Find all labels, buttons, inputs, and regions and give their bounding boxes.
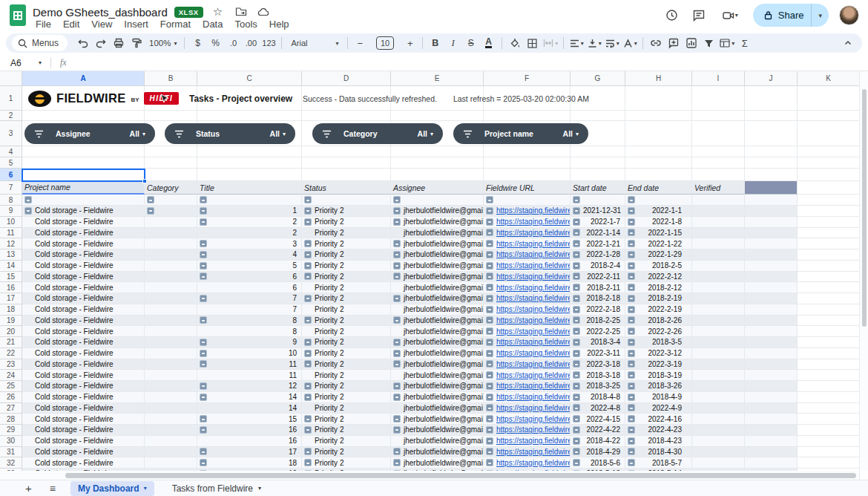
cell-B19[interactable]	[145, 316, 197, 327]
fieldwire-url-link[interactable]: https://staging.fieldwire.c	[496, 229, 571, 237]
print-button[interactable]	[111, 35, 127, 51]
fieldwire-url-link[interactable]: https://staging.fieldwire.c	[496, 261, 571, 270]
cell-H3[interactable]	[625, 121, 692, 146]
cell-E23[interactable]: jherbulotfieldwire@gmail.	[391, 359, 484, 371]
cell-G13[interactable]: 2022-1-28	[571, 249, 625, 261]
cell-B26[interactable]	[145, 392, 197, 403]
text-rotation-button[interactable]: ▾	[622, 35, 638, 51]
cell-I16[interactable]	[692, 282, 745, 293]
cell-B5[interactable]	[145, 157, 197, 169]
filter-views-button[interactable]: ▾	[719, 35, 735, 51]
cell-I20[interactable]	[692, 326, 745, 337]
cell-E7[interactable]: Assignee	[391, 181, 484, 195]
cell-I27[interactable]	[692, 403, 745, 414]
cell-C18[interactable]: 7	[197, 304, 302, 316]
cell-G30[interactable]: 2018-4-22	[571, 436, 625, 447]
filter-pill-status[interactable]: Status All▾	[165, 123, 295, 144]
name-box[interactable]: A6▾	[0, 58, 46, 68]
row-header-14[interactable]: 14	[0, 261, 22, 272]
fieldwire-url-link[interactable]: https://staging.fieldwire.c	[496, 250, 571, 258]
cell-E22[interactable]: jherbulotfieldwire@gmail.	[391, 348, 484, 359]
cell-E15[interactable]: jherbulotfieldwire@gmail.	[391, 272, 484, 283]
cell-G9[interactable]: 2021-12-31	[571, 206, 625, 217]
cell-D16[interactable]: Priority 2	[302, 282, 391, 293]
cell-F18[interactable]: https://staging.fieldwire.c	[484, 304, 571, 316]
cell-G5[interactable]	[571, 157, 625, 169]
cell-K18[interactable]	[798, 304, 860, 316]
fieldwire-url-link[interactable]: https://staging.fieldwire.c	[496, 206, 571, 215]
cell-C30[interactable]: 16	[197, 436, 302, 447]
cell-F16[interactable]: https://staging.fieldwire.c	[484, 282, 571, 293]
cell-I23[interactable]	[692, 359, 745, 371]
menu-format[interactable]: Format	[154, 18, 197, 30]
comments-icon[interactable]	[691, 7, 707, 24]
cell-A10[interactable]: Cold storage - Fieldwire	[22, 217, 145, 228]
cell-H30[interactable]: 2018-4-23	[625, 436, 692, 447]
cell-K28[interactable]	[798, 414, 860, 425]
fieldwire-url-link[interactable]: https://staging.fieldwire.c	[496, 240, 571, 248]
cell-I7[interactable]: Verified	[692, 181, 745, 195]
vertical-scrollbar-thumb[interactable]	[862, 89, 867, 327]
cell-J25[interactable]	[745, 381, 798, 392]
fieldwire-url-link[interactable]: https://staging.fieldwire.c	[496, 316, 571, 324]
cell-J28[interactable]	[745, 414, 798, 425]
cell-I21[interactable]	[692, 337, 745, 348]
cell-E4[interactable]	[391, 146, 484, 157]
cell-J23[interactable]	[745, 359, 798, 371]
fieldwire-url-link[interactable]: https://staging.fieldwire.c	[496, 294, 571, 302]
cell-J22[interactable]	[745, 348, 798, 359]
cell-A5[interactable]	[22, 157, 145, 169]
cell-I17[interactable]	[692, 293, 745, 304]
cell-A2[interactable]	[22, 111, 145, 121]
row-header-16[interactable]: 16	[0, 282, 22, 293]
cell-E27[interactable]: jherbulotfieldwire@gmail.	[391, 403, 484, 414]
fieldwire-url-link[interactable]: https://staging.fieldwire.c	[496, 382, 571, 390]
cell-J7[interactable]	[745, 181, 798, 195]
cell-K5[interactable]	[798, 157, 860, 169]
cell-F12[interactable]: https://staging.fieldwire.c	[484, 238, 571, 249]
cell-D14[interactable]: Priority 2	[302, 261, 391, 272]
row-header-21[interactable]: 21	[0, 337, 22, 348]
cell-B16[interactable]	[145, 282, 197, 293]
cell-K29[interactable]	[798, 425, 860, 436]
cell-K15[interactable]	[798, 272, 860, 283]
cell-H4[interactable]	[625, 146, 692, 157]
cell-D10[interactable]: Priority 2	[302, 217, 391, 228]
cell-D11[interactable]: Priority 2	[302, 228, 391, 239]
collapse-toolbar-icon[interactable]	[840, 35, 856, 51]
cell-J29[interactable]	[745, 425, 798, 436]
menu-file[interactable]: File	[30, 18, 57, 30]
cell-B29[interactable]	[145, 425, 197, 436]
row-header-6[interactable]: 6	[0, 169, 22, 181]
cell-K32[interactable]	[798, 457, 860, 469]
cell-C22[interactable]: 10	[197, 348, 302, 359]
cell-B10[interactable]	[145, 217, 197, 228]
col-header-H[interactable]: H	[625, 71, 692, 86]
cell-H5[interactable]	[625, 157, 692, 169]
cell-E30[interactable]: jherbulotfieldwire@gmail.	[391, 436, 484, 447]
cell-I15[interactable]	[692, 272, 745, 283]
cell-H22[interactable]: 2022-3-12	[625, 348, 692, 359]
cell-I3[interactable]	[692, 121, 745, 146]
cell-J11[interactable]	[745, 228, 798, 239]
cell-D8[interactable]	[302, 195, 391, 206]
cell-I29[interactable]	[692, 425, 745, 436]
cell-A4[interactable]	[22, 146, 145, 157]
cell-J13[interactable]	[745, 249, 798, 261]
row-header-15[interactable]: 15	[0, 272, 22, 283]
cell-E16[interactable]: jherbulotfieldwire@gmail.	[391, 282, 484, 293]
menu-tools[interactable]: Tools	[228, 18, 263, 30]
cell-F14[interactable]: https://staging.fieldwire.c	[484, 261, 571, 272]
cell-G11[interactable]: 2022-1-14	[571, 228, 625, 239]
row-header-22[interactable]: 22	[0, 348, 22, 359]
cell-D13[interactable]: Priority 2	[302, 249, 391, 261]
cell-J31[interactable]	[745, 447, 798, 458]
cell-E24[interactable]: jherbulotfieldwire@gmail.	[391, 370, 484, 381]
fieldwire-url-link[interactable]: https://staging.fieldwire.c	[496, 284, 571, 292]
cell-H24[interactable]: 2018-3-19	[625, 370, 692, 381]
cell-C5[interactable]	[197, 157, 302, 169]
cell-H25[interactable]: 2018-3-26	[625, 381, 692, 392]
cell-J16[interactable]	[745, 282, 798, 293]
cell-I32[interactable]	[692, 457, 745, 469]
text-wrap-button[interactable]: ▾	[604, 35, 620, 51]
